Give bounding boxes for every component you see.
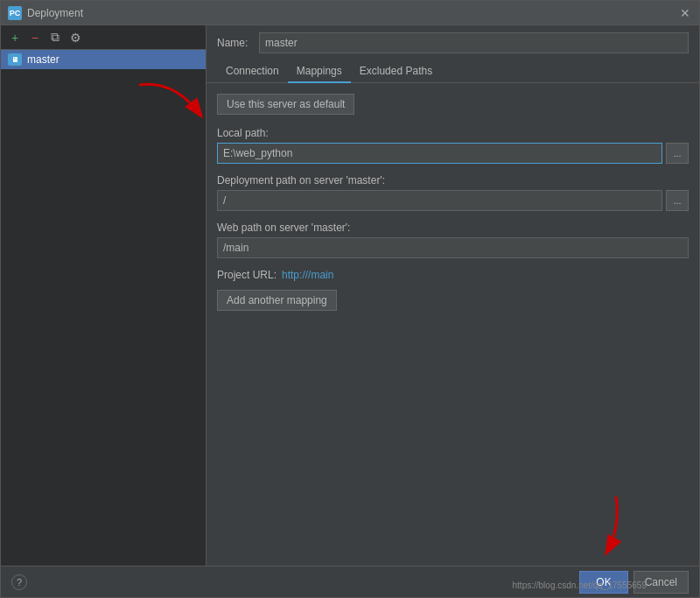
close-button[interactable]: ✕ <box>678 6 692 20</box>
name-label: Name: <box>217 37 252 49</box>
content-area: + − ⧉ ⚙ 🖥 master Name: Connection Mappin… <box>1 25 699 566</box>
deployment-path-browse-button[interactable]: ... <box>666 190 689 211</box>
sidebar-item-label: master <box>27 53 60 66</box>
name-input[interactable] <box>259 32 689 53</box>
tab-excluded-paths[interactable]: Excluded Paths <box>351 60 441 83</box>
tabs-bar: Connection Mappings Excluded Paths <box>206 60 699 83</box>
web-path-label: Web path on server 'master': <box>217 222 689 234</box>
settings-button[interactable]: ⚙ <box>66 29 84 46</box>
panel-content: Use this server as default Local path: .… <box>206 83 699 566</box>
tab-mappings[interactable]: Mappings <box>288 60 351 83</box>
sidebar-toolbar: + − ⧉ ⚙ <box>1 25 206 50</box>
help-button[interactable]: ? <box>11 574 27 590</box>
server-icon: 🖥 <box>8 53 22 66</box>
main-panel: Name: Connection Mappings Excluded Paths… <box>206 25 699 566</box>
local-path-browse-button[interactable]: ... <box>666 143 689 164</box>
name-row: Name: <box>206 25 699 60</box>
web-path-row <box>217 237 689 258</box>
deployment-path-input[interactable] <box>217 190 662 211</box>
add-server-button[interactable]: + <box>6 29 24 46</box>
sidebar-item-master[interactable]: 🖥 master <box>1 50 206 69</box>
remove-server-button[interactable]: − <box>26 29 44 46</box>
default-server-button[interactable]: Use this server as default <box>217 94 354 115</box>
deployment-path-label: Deployment path on server 'master': <box>217 174 689 186</box>
local-path-row: ... <box>217 143 689 164</box>
tab-connection[interactable]: Connection <box>217 60 288 83</box>
title-bar: PC Deployment ✕ <box>1 1 699 25</box>
title-bar-left: PC Deployment <box>8 6 83 20</box>
app-icon: PC <box>8 6 22 20</box>
dialog-title: Deployment <box>27 7 83 19</box>
deployment-dialog: PC Deployment ✕ + − ⧉ ⚙ 🖥 master Name: <box>0 0 700 598</box>
add-mapping-button[interactable]: Add another mapping <box>217 290 337 311</box>
local-path-input[interactable] <box>217 143 662 164</box>
project-url-row: Project URL: http:///main <box>217 269 689 281</box>
copy-server-button[interactable]: ⧉ <box>46 29 64 46</box>
deployment-path-row: ... <box>217 190 689 211</box>
sidebar: + − ⧉ ⚙ 🖥 master <box>1 25 206 566</box>
web-path-input[interactable] <box>217 237 689 258</box>
footer-left: ? <box>11 574 27 590</box>
watermark: https://blog.csdn.net/qq_17555659 <box>513 580 647 590</box>
project-url-link[interactable]: http:///main <box>282 269 333 281</box>
project-url-label: Project URL: <box>217 269 276 281</box>
local-path-label: Local path: <box>217 127 689 139</box>
